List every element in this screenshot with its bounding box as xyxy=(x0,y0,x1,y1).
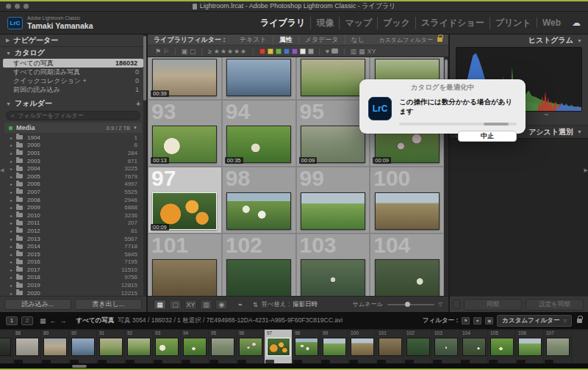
filmstrip-item[interactable]: 95 xyxy=(209,330,237,363)
custom-filter-dropdown[interactable]: カスタムフィルター ▽ xyxy=(497,315,572,327)
navigator-header[interactable]: ▶ ナビゲーター xyxy=(0,35,146,47)
folder-row[interactable]: ▸20167195 xyxy=(0,258,146,266)
left-panel-scrollbar[interactable] xyxy=(143,35,146,296)
collapse-left-panel-icon[interactable]: ◀ xyxy=(0,167,4,173)
color-label-chip[interactable] xyxy=(292,48,298,54)
folder-row[interactable]: ▸201711510 xyxy=(0,266,146,274)
rating-ge-icon[interactable]: ≥ xyxy=(208,48,212,55)
catalog-item[interactable]: クイックコレクション +0 xyxy=(0,76,146,85)
sort-value[interactable]: 撮影日時 xyxy=(293,300,318,309)
filmstrip-item[interactable]: 98 xyxy=(293,330,320,363)
folder-row[interactable]: ▸20006 xyxy=(0,142,146,150)
grid-cell[interactable]: 100 xyxy=(370,167,443,233)
filmstrip-item[interactable]: 87 xyxy=(0,330,13,363)
grid-cell[interactable]: 9300:13 xyxy=(148,101,221,166)
module-tab-Web[interactable]: Web xyxy=(537,18,566,28)
filmstrip-item[interactable]: 92 xyxy=(125,330,153,363)
volume-row[interactable]: Media 0.9 / 2 TB ▼ xyxy=(4,123,142,133)
filmstrip-source[interactable]: すべての写真 xyxy=(76,316,115,325)
filmstrip-item[interactable]: 103 xyxy=(432,330,460,363)
toolbar-options-icon[interactable]: ▽ xyxy=(439,302,442,308)
histogram-header[interactable]: ヒストグラム ▼ xyxy=(450,35,588,46)
folder-row[interactable]: ▸20189756 xyxy=(0,274,146,282)
folder-row[interactable]: ▸201912815 xyxy=(0,281,146,289)
label-filter-icon[interactable]: ▣ xyxy=(485,317,493,324)
color-label-chip[interactable] xyxy=(308,48,314,54)
color-label-chip[interactable] xyxy=(276,48,282,54)
grid-cell[interactable]: 9400:35 xyxy=(223,101,295,166)
color-label-chip[interactable] xyxy=(268,48,273,54)
grid-cell[interactable]: 9500:09 xyxy=(297,101,370,166)
filmstrip-item[interactable]: 104 xyxy=(460,330,488,363)
painter-tool-icon[interactable]: ⌁ xyxy=(238,300,243,308)
filmstrip-item[interactable]: 100 xyxy=(348,330,376,363)
grid-cell[interactable]: 102 xyxy=(223,234,295,296)
filmstrip-scrollbar[interactable] xyxy=(0,363,588,369)
filter-tab-メタデータ[interactable]: メタデータ xyxy=(298,35,345,45)
back-arrow-icon[interactable]: ← xyxy=(50,317,57,324)
filmstrip-item[interactable]: 93 xyxy=(153,330,181,363)
loupe-view-button[interactable]: ▢ xyxy=(169,300,182,310)
collapse-right-panel-icon[interactable]: ▶ xyxy=(584,167,588,173)
filter-lock-icon[interactable] xyxy=(577,319,582,323)
compare-view-button[interactable]: XY xyxy=(184,300,197,310)
star-filter-icon[interactable]: ★ xyxy=(473,317,481,324)
flag-reject-icon[interactable]: ⚐ xyxy=(163,48,169,55)
filmstrip-item[interactable]: 94 xyxy=(181,330,209,363)
catalog-item[interactable]: すべての写真186032 xyxy=(3,59,143,68)
grid-cell[interactable]: 99 xyxy=(297,167,370,233)
module-tab-スライドショー[interactable]: スライドショー xyxy=(415,17,490,29)
left-panel-scroll-thumb[interactable] xyxy=(143,36,146,101)
folder-row[interactable]: ▸20082946 xyxy=(0,196,146,204)
flag-filter-icon[interactable]: ⚑ xyxy=(462,317,470,324)
virtual-copies-filter-icon[interactable]: ▦ xyxy=(359,48,365,55)
cancel-button[interactable]: 中止 xyxy=(458,131,517,142)
grid-view-shortcut-icon[interactable]: ▦ xyxy=(40,317,46,324)
grid-view-button[interactable]: ▦ xyxy=(154,300,166,310)
grid-cell[interactable]: 101 xyxy=(148,234,221,296)
catalog-header[interactable]: ▼ カタログ xyxy=(0,47,146,59)
filmstrip-item[interactable]: 96 xyxy=(237,330,265,363)
color-label-chip[interactable] xyxy=(284,48,290,54)
titlebar[interactable]: Lightroom.lrcat - Adobe Photoshop Lightr… xyxy=(0,1,588,12)
filmstrip-item[interactable]: 88 xyxy=(13,330,41,363)
filmstrip-item[interactable]: 106 xyxy=(516,330,544,363)
folder-row[interactable]: ▸20043225 xyxy=(0,164,146,173)
grid-cell[interactable]: 104 xyxy=(370,234,443,296)
folder-row[interactable]: ▸202012215 xyxy=(0,289,146,296)
grid-cell[interactable]: 103 xyxy=(297,234,370,296)
filmstrip-item[interactable]: 91 xyxy=(97,330,125,363)
add-folder-button[interactable]: + xyxy=(136,100,140,108)
filmstrip-item[interactable]: 101 xyxy=(376,330,404,363)
sync-button[interactable]: 同期 xyxy=(464,299,522,311)
folder-row[interactable]: ▸2001284 xyxy=(0,149,146,157)
sort-direction-icon[interactable]: ⇅ xyxy=(253,301,258,308)
import-button[interactable]: 読み込み... xyxy=(4,299,71,310)
people-view-button[interactable]: ◉ xyxy=(215,300,228,310)
export-button[interactable]: 書き出し... xyxy=(75,299,142,310)
module-tab-現像[interactable]: 現像 xyxy=(310,17,339,29)
filter-preset-value[interactable]: カスタムフィルター xyxy=(379,36,433,44)
filter-lock-icon[interactable] xyxy=(437,37,442,42)
folder-row[interactable]: ▸20075525 xyxy=(0,188,146,196)
edited-filter-icon[interactable]: ▣ xyxy=(182,48,188,55)
filter-tab-なし[interactable]: なし xyxy=(345,35,370,45)
filmstrip-item[interactable]: 99 xyxy=(320,330,348,363)
filter-tab-属性[interactable]: 属性 xyxy=(273,35,298,45)
filmstrip-item[interactable]: 89 xyxy=(41,330,69,363)
filmstrip-item[interactable]: 90 xyxy=(69,330,97,363)
folder-row[interactable]: ▸20064997 xyxy=(0,181,146,189)
grid-cell[interactable]: 90 xyxy=(223,57,295,99)
master-photos-filter-icon[interactable]: ▥ xyxy=(351,48,357,55)
survey-view-button[interactable]: ▥ xyxy=(200,300,212,310)
slider-knob[interactable] xyxy=(405,302,410,307)
thumbnail-size-slider[interactable] xyxy=(387,304,434,305)
module-tab-プリント[interactable]: プリント xyxy=(490,17,537,29)
folder-row[interactable]: ▸20155845 xyxy=(0,250,146,258)
main-window-button[interactable]: 1 xyxy=(6,316,18,325)
folder-row[interactable]: ▸20096888 xyxy=(0,203,146,211)
cloud-sync-icon[interactable]: ☁ xyxy=(572,18,581,28)
color-label-chip[interactable] xyxy=(300,48,306,54)
filmstrip-item[interactable]: 107 xyxy=(544,330,572,363)
sync-switch[interactable] xyxy=(453,300,460,309)
